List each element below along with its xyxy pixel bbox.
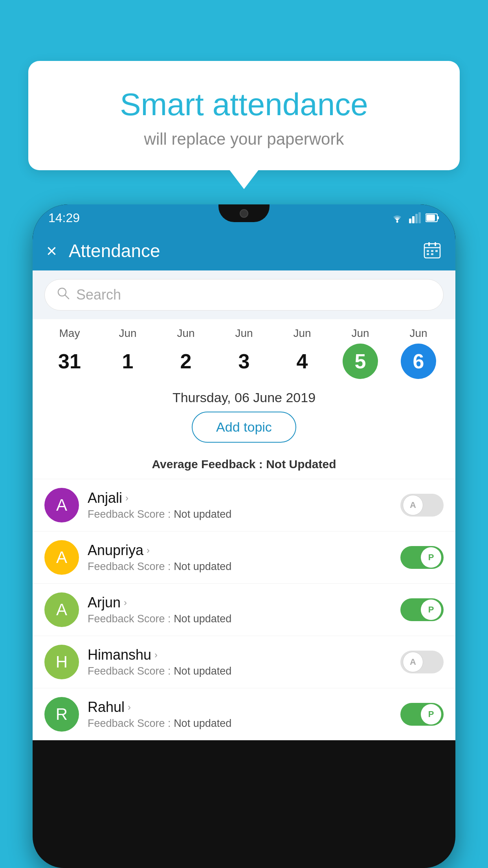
avg-feedback-value: Not Updated — [266, 458, 336, 471]
battery-icon — [426, 213, 440, 223]
status-time: 14:29 — [48, 211, 80, 225]
student-item[interactable]: AAnupriya ›Feedback Score : Not updatedP — [33, 531, 455, 583]
student-avatar: H — [44, 645, 79, 679]
svg-rect-2 — [412, 216, 415, 223]
svg-rect-14 — [435, 250, 438, 252]
student-name: Arjun › — [88, 594, 392, 611]
calendar-day[interactable]: Jun2 — [166, 327, 205, 379]
student-item[interactable]: HHimanshu ›Feedback Score : Not updatedA — [33, 636, 455, 688]
avg-feedback-label: Average Feedback : — [152, 458, 266, 471]
toggle-knob: A — [403, 652, 423, 672]
cal-month-label: Jun — [293, 327, 311, 340]
student-item[interactable]: AArjun ›Feedback Score : Not updatedP — [33, 583, 455, 636]
student-list: AAnjali ›Feedback Score : Not updatedAAA… — [33, 479, 455, 740]
chevron-right-icon: › — [125, 493, 128, 504]
svg-rect-4 — [418, 212, 421, 223]
speech-bubble: Smart attendance will replace your paper… — [28, 61, 460, 170]
svg-rect-11 — [435, 242, 436, 246]
cal-month-label: Jun — [119, 327, 136, 340]
student-name: Anjali › — [88, 490, 392, 506]
student-avatar: A — [44, 540, 79, 575]
svg-rect-1 — [409, 219, 411, 223]
cal-date-number: 31 — [52, 344, 87, 379]
toggle-knob: P — [421, 547, 441, 568]
cal-date-number: 2 — [168, 344, 204, 379]
chevron-right-icon: › — [128, 702, 131, 713]
avg-feedback: Average Feedback : Not Updated — [33, 458, 455, 479]
cal-date-number: 1 — [110, 344, 145, 379]
chevron-right-icon: › — [147, 545, 150, 556]
wifi-icon — [390, 212, 404, 223]
attendance-toggle[interactable]: P — [400, 703, 444, 726]
selected-date: Thursday, 06 June 2019 — [33, 379, 455, 412]
search-container: Search — [33, 270, 455, 319]
student-info: Anjali ›Feedback Score : Not updated — [88, 490, 392, 520]
phone-screen: Search May31Jun1Jun2Jun3Jun4Jun5Jun6 Thu… — [33, 270, 455, 868]
cal-month-label: Jun — [177, 327, 194, 340]
svg-rect-7 — [426, 215, 435, 221]
attendance-toggle[interactable]: A — [400, 494, 444, 517]
attendance-toggle[interactable]: P — [400, 546, 444, 569]
phone-frame: 14:29 — [33, 204, 455, 868]
student-feedback: Feedback Score : Not updated — [88, 561, 392, 573]
student-avatar: R — [44, 697, 79, 732]
speech-bubble-wrapper: Smart attendance will replace your paper… — [28, 61, 460, 170]
calendar-day[interactable]: Jun3 — [224, 327, 264, 379]
calendar-day[interactable]: Jun4 — [283, 327, 322, 379]
student-feedback: Feedback Score : Not updated — [88, 613, 392, 625]
calendar-day[interactable]: Jun6 — [399, 327, 438, 379]
toggle-knob: P — [421, 704, 441, 725]
student-avatar: A — [44, 592, 79, 627]
attendance-toggle[interactable]: P — [400, 598, 444, 621]
calendar-day[interactable]: May31 — [50, 327, 89, 379]
attendance-toggle[interactable]: A — [400, 651, 444, 673]
student-info: Himanshu ›Feedback Score : Not updated — [88, 647, 392, 677]
cal-date-number: 3 — [226, 344, 262, 379]
svg-point-17 — [58, 288, 66, 296]
calendar-icon[interactable] — [423, 241, 442, 261]
student-name: Himanshu › — [88, 647, 392, 663]
svg-rect-3 — [415, 214, 418, 223]
student-item[interactable]: AAnjali ›Feedback Score : Not updatedA — [33, 479, 455, 531]
student-item[interactable]: RRahul ›Feedback Score : Not updatedP — [33, 688, 455, 740]
cal-month-label: Jun — [235, 327, 253, 340]
svg-rect-6 — [437, 216, 439, 219]
app-bar: × Attendance — [33, 231, 455, 270]
student-info: Arjun ›Feedback Score : Not updated — [88, 594, 392, 625]
student-name: Anupriya › — [88, 542, 392, 559]
student-feedback: Feedback Score : Not updated — [88, 508, 392, 520]
phone-inner: 14:29 — [33, 204, 455, 868]
status-bar: 14:29 — [33, 204, 455, 231]
cal-month-label: Jun — [351, 327, 369, 340]
search-bar[interactable]: Search — [44, 279, 444, 311]
search-placeholder: Search — [76, 287, 121, 303]
svg-line-18 — [65, 295, 69, 299]
toggle-knob: A — [403, 495, 423, 515]
cal-date-number: 4 — [284, 344, 320, 379]
svg-rect-13 — [431, 250, 433, 252]
svg-rect-15 — [427, 253, 429, 255]
calendar-day[interactable]: Jun5 — [341, 327, 380, 379]
student-info: Anupriya ›Feedback Score : Not updated — [88, 542, 392, 573]
student-info: Rahul ›Feedback Score : Not updated — [88, 699, 392, 730]
calendar-strip: May31Jun1Jun2Jun3Jun4Jun5Jun6 — [33, 319, 455, 379]
calendar-day[interactable]: Jun1 — [108, 327, 147, 379]
student-feedback: Feedback Score : Not updated — [88, 665, 392, 677]
signal-icon — [409, 212, 421, 223]
cal-date-number: 6 — [401, 344, 436, 379]
search-icon — [57, 287, 70, 303]
app-title: Attendance — [69, 240, 411, 261]
notch — [218, 204, 270, 222]
camera — [240, 209, 248, 218]
svg-rect-12 — [427, 250, 429, 252]
status-icons — [390, 212, 440, 223]
bubble-subtitle: will replace your paperwork — [52, 130, 436, 149]
cal-month-label: Jun — [409, 327, 427, 340]
student-avatar: A — [44, 488, 79, 522]
close-button[interactable]: × — [46, 242, 57, 260]
cal-date-number: 5 — [343, 344, 378, 379]
cal-month-label: May — [59, 327, 80, 340]
add-topic-button[interactable]: Add topic — [192, 412, 296, 443]
student-feedback: Feedback Score : Not updated — [88, 717, 392, 730]
student-name: Rahul › — [88, 699, 392, 715]
